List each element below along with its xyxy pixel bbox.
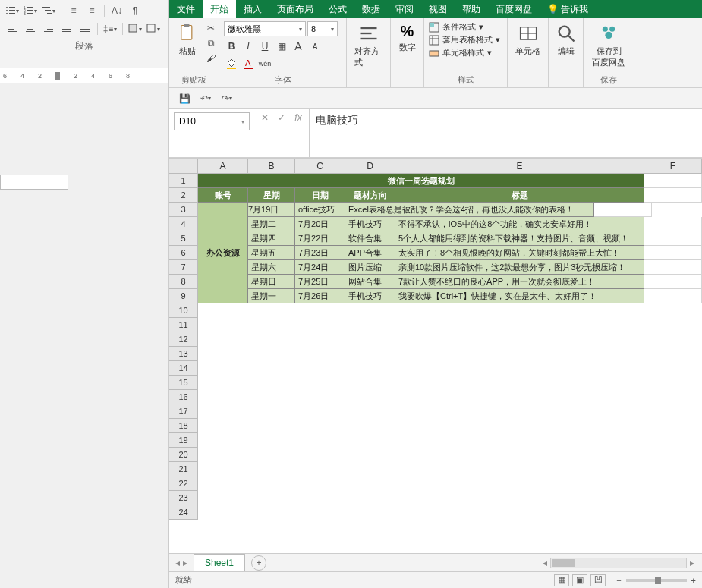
row-header[interactable]: 23 [169, 491, 198, 505]
cancel-formula-icon[interactable]: ✕ [259, 112, 271, 123]
italic-button[interactable]: I [241, 39, 256, 54]
cell[interactable]: 星期一 [248, 289, 295, 303]
view-normal-icon[interactable]: ▦ [554, 574, 569, 586]
cell[interactable]: 办公资源 [198, 203, 248, 303]
editing-button[interactable]: 编辑 [553, 21, 578, 58]
font-color-icon[interactable]: A [241, 56, 256, 71]
cell[interactable]: 标题 [395, 188, 644, 203]
sheet-nav-next-icon[interactable]: ▸ [183, 558, 187, 568]
table-format-button[interactable]: 套用表格格式▾ [429, 34, 502, 46]
add-sheet-button[interactable]: + [251, 555, 266, 571]
cut-icon[interactable]: ✂ [204, 21, 218, 35]
cell[interactable]: 星期五 [248, 246, 295, 260]
select-all-corner[interactable] [169, 159, 198, 174]
shrink-font-icon[interactable]: A [307, 39, 323, 54]
ruler-indent-marker[interactable] [55, 72, 60, 80]
row-header[interactable]: 7 [169, 260, 198, 275]
tab-file[interactable]: 文件 [169, 0, 203, 18]
cell[interactable]: 手机技巧 [345, 289, 395, 303]
tell-me[interactable]: 💡 告诉我 [540, 0, 596, 18]
cell[interactable] [644, 246, 702, 260]
row-header[interactable]: 15 [169, 376, 198, 390]
cell[interactable] [644, 188, 702, 203]
hscroll-left-icon[interactable]: ◂ [543, 558, 547, 568]
cell[interactable]: 题材方向 [345, 188, 395, 203]
view-pagebreak-icon[interactable]: 凹 [590, 574, 606, 586]
row-header[interactable]: 18 [169, 419, 198, 433]
redo-icon[interactable]: ↷▾ [219, 91, 235, 106]
cell[interactable] [644, 231, 702, 246]
tab-help[interactable]: 帮助 [455, 0, 488, 18]
indent-decrease-icon[interactable]: ≡ [66, 3, 81, 18]
tab-data[interactable]: 数据 [354, 0, 388, 18]
cell[interactable] [644, 275, 702, 289]
distribute-icon[interactable] [77, 21, 93, 36]
cell[interactable]: 账号 [198, 188, 248, 203]
copy-icon[interactable]: ⧉ [204, 36, 218, 50]
view-layout-icon[interactable]: ▣ [572, 574, 587, 586]
save-baidu-button[interactable]: 保存到 百度网盘 [588, 21, 629, 70]
col-header[interactable]: E [395, 159, 644, 174]
row-header[interactable]: 5 [169, 231, 198, 246]
cell[interactable]: 日期 [295, 188, 345, 203]
cell[interactable]: 图片压缩 [345, 260, 395, 275]
indent-increase-icon[interactable]: ≡ [84, 3, 99, 18]
cell[interactable]: 太实用了！8个相见恨晚的好网站，关键时刻都能帮上大忙！ [395, 246, 644, 260]
row-header[interactable]: 21 [169, 462, 198, 476]
borders-icon[interactable]: ▾ [146, 21, 161, 36]
cell[interactable]: 星期 [248, 188, 295, 203]
cell[interactable]: 7月19日 [245, 203, 295, 217]
cell[interactable]: 7月20日 [295, 217, 345, 231]
cell[interactable]: 手机技巧 [345, 217, 395, 231]
cell[interactable]: 星期六 [248, 260, 295, 275]
cell[interactable]: 亲测10款图片压缩软件，这2款最想分享，图片3秒无损压缩！ [395, 260, 644, 275]
row-header[interactable]: 12 [169, 332, 198, 347]
cell[interactable]: office技巧 [295, 203, 345, 217]
cell[interactable]: 7款让人赞不绝口的良心APP，用一次就会彻底爱上！ [395, 275, 644, 289]
row-header[interactable]: 14 [169, 361, 198, 376]
row-header[interactable]: 4 [169, 217, 198, 231]
tab-review[interactable]: 审阅 [388, 0, 421, 18]
cell[interactable]: 微信一周选题规划 [198, 174, 644, 188]
number-format-button[interactable]: % 数字 [395, 21, 419, 55]
accept-formula-icon[interactable]: ✓ [275, 112, 288, 123]
sheet-tab[interactable]: Sheet1 [194, 554, 245, 571]
number-list-icon[interactable]: 123▾ [23, 3, 38, 18]
tab-formula[interactable]: 公式 [321, 0, 354, 18]
row-header[interactable]: 10 [169, 303, 198, 318]
fill-color-icon[interactable] [224, 56, 239, 71]
hscroll-right-icon[interactable]: ▸ [690, 558, 694, 568]
row-header[interactable]: 17 [169, 404, 198, 419]
row-header[interactable]: 3 [169, 203, 198, 217]
phonetic-icon[interactable]: wén [257, 56, 272, 71]
shading-icon[interactable]: ▾ [127, 21, 143, 36]
cell[interactable]: 7月26日 [295, 289, 345, 303]
row-header[interactable]: 9 [169, 289, 198, 303]
cell[interactable] [644, 260, 702, 275]
save-icon[interactable]: 💾 [177, 91, 192, 106]
paste-button[interactable]: 粘贴 [174, 21, 201, 58]
cell[interactable]: APP合集 [345, 246, 395, 260]
cell[interactable]: 7月24日 [295, 260, 345, 275]
hscrollbar[interactable] [550, 558, 687, 568]
line-spacing-icon[interactable]: ‡≡▾ [102, 21, 118, 36]
cell[interactable] [644, 217, 702, 231]
cell[interactable]: 7月25日 [295, 275, 345, 289]
font-size-select[interactable]: 8▾ [307, 21, 338, 36]
cell[interactable]: 5个人人都能用得到的资料下载神器！支持图片、音频、视频！ [395, 231, 644, 246]
zoom-out-icon[interactable]: − [616, 576, 621, 585]
align-justify-icon[interactable] [59, 21, 74, 36]
bold-button[interactable]: B [224, 39, 239, 54]
cell[interactable]: 网站合集 [345, 275, 395, 289]
align-right-icon[interactable] [41, 21, 56, 36]
row-header[interactable]: 6 [169, 246, 198, 260]
row-header[interactable]: 19 [169, 433, 198, 448]
col-header[interactable]: D [345, 159, 395, 174]
col-header[interactable]: B [248, 159, 295, 174]
conditional-format-button[interactable]: 条件格式▾ [429, 21, 502, 33]
multilevel-list-icon[interactable]: ▾ [41, 3, 56, 18]
tab-view[interactable]: 视图 [421, 0, 455, 18]
row-header[interactable]: 11 [169, 318, 198, 332]
format-painter-icon[interactable]: 🖌 [204, 52, 218, 65]
cell[interactable] [644, 289, 702, 303]
